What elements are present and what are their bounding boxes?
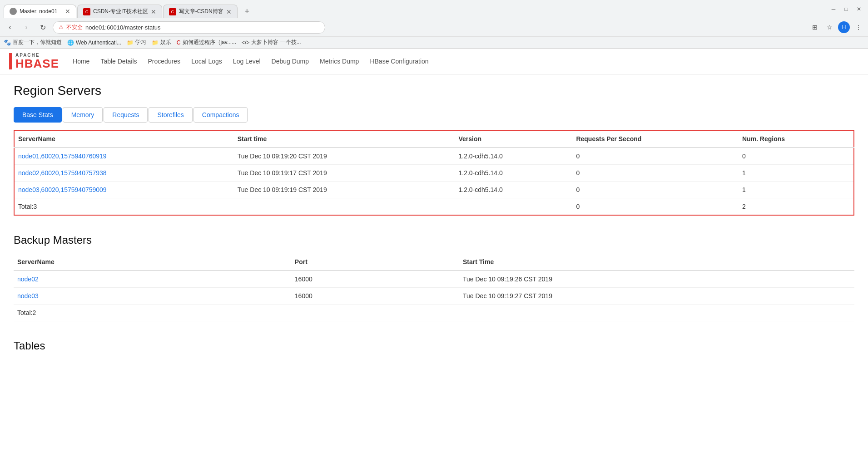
version-1: 1.2.0-cdh5.14.0 [455, 147, 572, 165]
tab-close-1[interactable]: ✕ [65, 8, 70, 15]
bookmark-button[interactable]: ☆ [823, 21, 835, 33]
nav-home[interactable]: Home [73, 58, 89, 65]
bm-server-2[interactable]: node03 [14, 288, 291, 305]
window-controls: ─ □ ✕ [828, 4, 864, 15]
version-2: 1.2.0-cdh5.14.0 [455, 165, 572, 182]
nav-procedures[interactable]: Procedures [148, 58, 181, 65]
nav-metrics-dump[interactable]: Metrics Dump [320, 58, 359, 65]
start-time-2: Tue Dec 10 09:19:17 CST 2019 [234, 165, 455, 182]
more-button[interactable]: ⋮ [853, 21, 864, 33]
bookmark-study-icon: 📁 [127, 39, 134, 46]
server-link-1[interactable]: node01,60020,1575940760919 [14, 147, 234, 165]
tables-section: Tables [14, 339, 854, 352]
main-content: Region Servers Base Stats Memory Request… [0, 74, 868, 379]
nav-debug-dump[interactable]: Debug Dump [272, 58, 309, 65]
bookmark-entertainment[interactable]: 📁 娱乐 [152, 39, 171, 46]
browser-tab-3[interactable]: C 写文章-CSDN博客 ✕ [163, 5, 238, 18]
total-regions: 2 [739, 198, 854, 216]
minimize-button[interactable]: ─ [828, 4, 839, 15]
bookmark-entertainment-icon: 📁 [152, 39, 159, 46]
start-time-1: Tue Dec 10 09:19:20 CST 2019 [234, 147, 455, 165]
table-row: node02,60020,1575940757938 Tue Dec 10 09… [14, 165, 854, 182]
bookmark-baidu[interactable]: 🐾 百度一下，你就知道 [4, 39, 62, 46]
regions-1: 0 [739, 147, 854, 165]
profile-button[interactable]: H [838, 21, 850, 33]
address-bar[interactable]: ⚠ 不安全 node01:60010/master-status [53, 21, 325, 34]
col-rps: Requests Per Second [572, 130, 739, 147]
server-link-3[interactable]: node03,60020,1575940759009 [14, 182, 234, 198]
tab-compactions[interactable]: Compactions [193, 107, 248, 123]
region-servers-total-row: Total:3 0 2 [14, 198, 854, 216]
reload-button[interactable]: ↻ [36, 21, 49, 34]
rps-2: 0 [572, 165, 739, 182]
table-row: node01,60020,1575940760919 Tue Dec 10 09… [14, 147, 854, 165]
maximize-button[interactable]: □ [841, 4, 852, 15]
logo-text: APACHE HBASE [15, 53, 59, 69]
back-button[interactable]: ‹ [4, 21, 16, 34]
bookmarks-bar: 🐾 百度一下，你就知道 🌐 Web Authenticati... 📁 学习 📁… [0, 36, 868, 48]
close-button[interactable]: ✕ [853, 4, 864, 15]
logo-bar [9, 53, 12, 69]
bookmark-entertainment-label: 娱乐 [160, 39, 171, 46]
server-link-2[interactable]: node02,60020,1575940757938 [14, 165, 234, 182]
tab-title-3: 写文章-CSDN博客 [179, 8, 223, 15]
address-actions: ⊞ ☆ H ⋮ [809, 21, 864, 33]
regions-2: 1 [739, 165, 854, 182]
tab-requests[interactable]: Requests [104, 107, 148, 123]
bm-col-port: Port [291, 254, 459, 270]
nav-hbase-config[interactable]: HBase Configuration [370, 58, 428, 65]
bookmark-java-icon: C [177, 39, 181, 46]
rps-3: 0 [572, 182, 739, 198]
tab-favicon-csdn-2: C [83, 8, 90, 15]
backup-masters-title: Backup Masters [14, 234, 854, 246]
total-rps: 0 [572, 198, 739, 216]
bookmark-java[interactable]: C 如何通过程序（jav...... [177, 39, 236, 46]
main-nav: Home Table Details Procedures Local Logs… [73, 58, 429, 65]
tables-title: Tables [14, 339, 854, 352]
tab-close-3[interactable]: ✕ [226, 8, 232, 15]
address-bar-row: ‹ › ↻ ⚠ 不安全 node01:60010/master-status ⊞… [0, 18, 868, 36]
tab-storefiles[interactable]: Storefiles [149, 107, 192, 123]
col-version: Version [455, 130, 572, 147]
bookmark-blog-label: 大萝卜博客 一个技... [251, 39, 301, 46]
browser-tab-1[interactable]: Master: node01 ✕ [4, 5, 76, 18]
bookmark-web-auth-icon: 🌐 [67, 39, 74, 46]
backup-masters-table: ServerName Port Start Time node02 16000 … [14, 254, 854, 321]
bookmark-blog-icon: </> [242, 39, 249, 46]
tab-close-2[interactable]: ✕ [151, 8, 156, 15]
backup-masters-total-row: Total:2 [14, 305, 854, 321]
bookmark-blog[interactable]: </> 大萝卜博客 一个技... [242, 39, 301, 46]
nav-log-level[interactable]: Log Level [233, 58, 261, 65]
new-tab-button[interactable]: + [240, 5, 254, 18]
col-server-name: ServerName [14, 130, 234, 147]
bookmark-study-label: 学习 [135, 39, 146, 46]
bookmark-baidu-label: 百度一下，你就知道 [13, 39, 62, 46]
nav-local-logs[interactable]: Local Logs [191, 58, 222, 65]
translate-button[interactable]: ⊞ [809, 21, 821, 33]
logo: APACHE HBASE [9, 53, 59, 69]
address-text: node01:60010/master-status [85, 24, 319, 31]
bm-server-1[interactable]: node02 [14, 270, 291, 288]
tab-memory[interactable]: Memory [63, 107, 103, 123]
bm-port-2: 16000 [291, 288, 459, 305]
version-3: 1.2.0-cdh5.14.0 [455, 182, 572, 198]
bookmark-web-auth-label: Web Authenticati... [76, 39, 121, 46]
tab-bar: Master: node01 ✕ C CSDN-专业IT技术社区 ✕ C 写文章… [0, 0, 868, 18]
browser-tab-2[interactable]: C CSDN-专业IT技术社区 ✕ [77, 5, 162, 18]
tab-base-stats[interactable]: Base Stats [14, 107, 62, 123]
col-num-regions: Num. Regions [739, 130, 854, 147]
table-row: node03 16000 Tue Dec 10 09:19:27 CST 201… [14, 288, 854, 305]
region-servers-tabs: Base Stats Memory Requests Storefiles Co… [14, 107, 854, 123]
bookmark-study[interactable]: 📁 学习 [127, 39, 146, 46]
bm-port-1: 16000 [291, 270, 459, 288]
tab-title-2: CSDN-专业IT技术社区 [93, 8, 148, 15]
bookmark-web-auth[interactable]: 🌐 Web Authenticati... [67, 39, 121, 46]
region-servers-section: Region Servers Base Stats Memory Request… [14, 84, 854, 216]
backup-masters-section: Backup Masters ServerName Port Start Tim… [14, 234, 854, 321]
rps-1: 0 [572, 147, 739, 165]
insecure-icon: ⚠ [59, 24, 64, 30]
table-row: node03,60020,1575940759009 Tue Dec 10 09… [14, 182, 854, 198]
nav-table-details[interactable]: Table Details [100, 58, 137, 65]
forward-button[interactable]: › [20, 21, 33, 34]
region-servers-table: ServerName Start time Version Requests P… [14, 130, 854, 216]
